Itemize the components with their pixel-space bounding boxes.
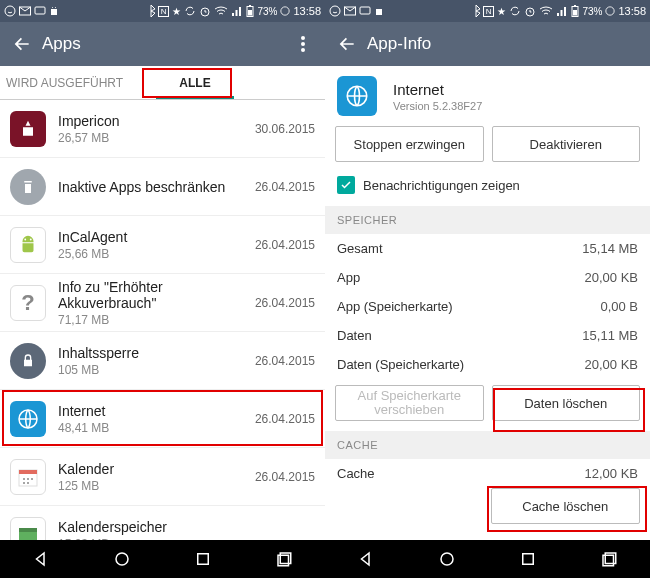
list-item[interactable]: Kalender125 MB 26.04.2015: [0, 448, 325, 506]
notifications-toggle[interactable]: Benachrichtigungen zeigen: [325, 172, 650, 206]
wifi-icon: [214, 6, 228, 16]
app-icon-lock: [10, 343, 46, 379]
mail-icon: [344, 6, 356, 16]
svg-point-19: [23, 478, 25, 480]
nav-back-button[interactable]: [357, 550, 375, 568]
android-icon: [374, 5, 384, 17]
app-name: InCalAgent: [58, 229, 255, 245]
nav-extra-button[interactable]: [600, 550, 618, 568]
svg-point-0: [5, 6, 15, 16]
list-item[interactable]: Impericon26,57 MB 30.06.2015: [0, 100, 325, 158]
list-item[interactable]: Inaktive Apps beschränken 26.04.2015: [0, 158, 325, 216]
svg-point-13: [301, 48, 305, 52]
nav-back-button[interactable]: [32, 550, 50, 568]
app-size: 71,17 MB: [58, 313, 255, 327]
app-date: 26.04.2015: [255, 180, 315, 194]
mail-icon: [19, 6, 31, 16]
svg-rect-32: [360, 7, 370, 14]
app-size: 48,41 MB: [58, 421, 255, 435]
battery-icon: [246, 5, 254, 17]
storage-row: Daten15,11 MB: [325, 321, 650, 350]
app-icon-calendar-storage: [10, 517, 46, 540]
disable-button[interactable]: Deaktivieren: [492, 126, 641, 162]
app-name: Info zu "Erhöhter Akkuverbrauch": [58, 279, 255, 311]
nav-home-button[interactable]: [113, 550, 131, 568]
svg-rect-8: [248, 10, 252, 16]
battery-pct: 73%: [257, 6, 277, 17]
app-date: 26.04.2015: [255, 354, 315, 368]
list-item[interactable]: Kalenderspeicher15,03 MB: [0, 506, 325, 540]
android-icon: [49, 5, 59, 17]
page-title: App-Info: [367, 34, 642, 54]
svg-rect-9: [249, 5, 251, 7]
overflow-menu-button[interactable]: [289, 30, 317, 58]
list-item[interactable]: ? Info zu "Erhöhter Akkuverbrauch"71,17 …: [0, 274, 325, 332]
whatsapp-icon: [329, 5, 341, 17]
svg-point-12: [301, 42, 305, 46]
list-item[interactable]: Internet48,41 MB 26.04.2015: [0, 390, 325, 448]
svg-point-26: [116, 553, 128, 565]
app-info-version: Version 5.2.38F27: [393, 100, 638, 112]
nav-extra-button[interactable]: [275, 550, 293, 568]
svg-rect-37: [574, 5, 576, 7]
tab-running[interactable]: WIRD AUSGEFÜHRT: [0, 66, 146, 99]
star-icon: ★: [497, 6, 506, 17]
app-icon-android: [10, 227, 46, 263]
force-stop-button[interactable]: Stoppen erzwingen: [335, 126, 484, 162]
section-cache: CACHE: [325, 431, 650, 459]
alarm-icon: [199, 5, 211, 17]
tab-all[interactable]: ALLE: [146, 66, 244, 99]
svg-point-22: [23, 482, 25, 484]
app-date: 26.04.2015: [255, 238, 315, 252]
svg-point-10: [281, 7, 289, 15]
list-item[interactable]: InCalAgent25,66 MB 26.04.2015: [0, 216, 325, 274]
sync-icon: [184, 5, 196, 17]
signal-icon: [231, 6, 243, 16]
nav-recent-button[interactable]: [519, 550, 537, 568]
app-name: Kalenderspeicher: [58, 519, 315, 535]
app-icon-globe: [337, 76, 377, 116]
app-date: 30.06.2015: [255, 122, 315, 136]
app-name: Kalender: [58, 461, 255, 477]
clear-cache-button[interactable]: Cache löschen: [491, 488, 641, 524]
svg-rect-41: [523, 554, 534, 565]
storage-row: App20,00 KB: [325, 263, 650, 292]
status-time: 13:58: [618, 5, 646, 17]
svg-rect-27: [198, 554, 209, 565]
app-list[interactable]: Impericon26,57 MB 30.06.2015 Inaktive Ap…: [0, 100, 325, 540]
svg-point-11: [301, 36, 305, 40]
status-time: 13:58: [293, 5, 321, 17]
header: Apps: [0, 22, 325, 66]
battery-pct: 73%: [582, 6, 602, 17]
nav-bar: [325, 540, 650, 578]
move-to-sd-button: Auf Speicherkarte verschieben: [335, 385, 484, 421]
svg-rect-18: [19, 470, 37, 474]
star-icon: ★: [172, 6, 181, 17]
svg-point-14: [24, 238, 26, 240]
svg-rect-3: [51, 9, 57, 15]
nav-recent-button[interactable]: [194, 550, 212, 568]
clear-data-button[interactable]: Daten löschen: [492, 385, 641, 421]
bluetooth-icon: [472, 5, 480, 17]
tabs: WIRD AUSGEFÜHRT ALLE: [0, 66, 325, 100]
alarm-icon: [524, 5, 536, 17]
header: App-Info: [325, 22, 650, 66]
app-size: 15,03 MB: [58, 537, 315, 540]
tab-spacer: [244, 66, 325, 99]
svg-point-23: [27, 482, 29, 484]
svg-rect-33: [376, 9, 382, 15]
nav-home-button[interactable]: [438, 550, 456, 568]
storage-row: Gesamt15,14 MB: [325, 234, 650, 263]
svg-rect-25: [19, 528, 37, 532]
app-size: 26,57 MB: [58, 131, 255, 145]
app-icon-globe: [10, 401, 46, 437]
back-button[interactable]: [8, 30, 36, 58]
app-date: 26.04.2015: [255, 296, 315, 310]
back-button[interactable]: [333, 30, 361, 58]
list-item[interactable]: Inhaltssperre105 MB 26.04.2015: [0, 332, 325, 390]
app-icon-calendar: [10, 459, 46, 495]
checkbox-checked-icon: [337, 176, 355, 194]
svg-point-4: [52, 7, 53, 8]
battery-icon: [571, 5, 579, 17]
whatsapp-icon: [4, 5, 16, 17]
